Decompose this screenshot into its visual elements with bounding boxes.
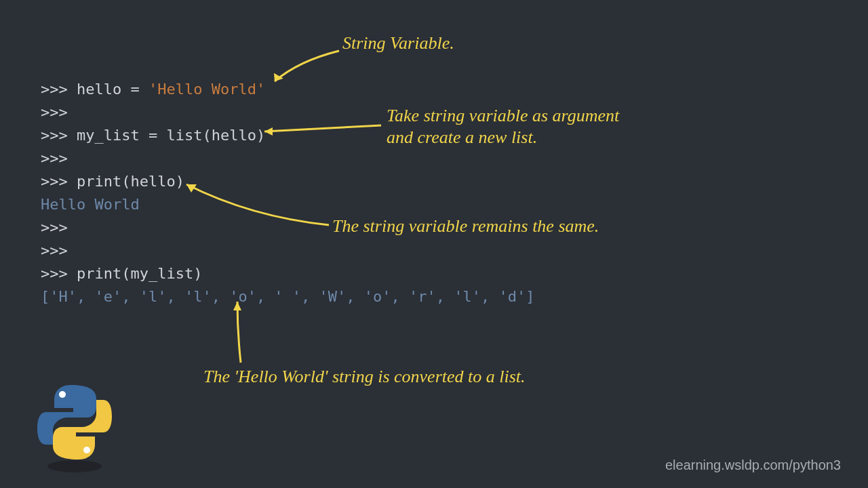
svg-point-5 [59, 391, 66, 398]
arrow-icon [0, 0, 868, 488]
svg-marker-1 [264, 127, 273, 136]
svg-point-4 [47, 460, 102, 472]
svg-marker-3 [233, 302, 241, 310]
footer-url: elearning.wsldp.com/python3 [665, 458, 841, 473]
python-logo-icon [34, 380, 115, 474]
svg-point-6 [83, 447, 90, 453]
